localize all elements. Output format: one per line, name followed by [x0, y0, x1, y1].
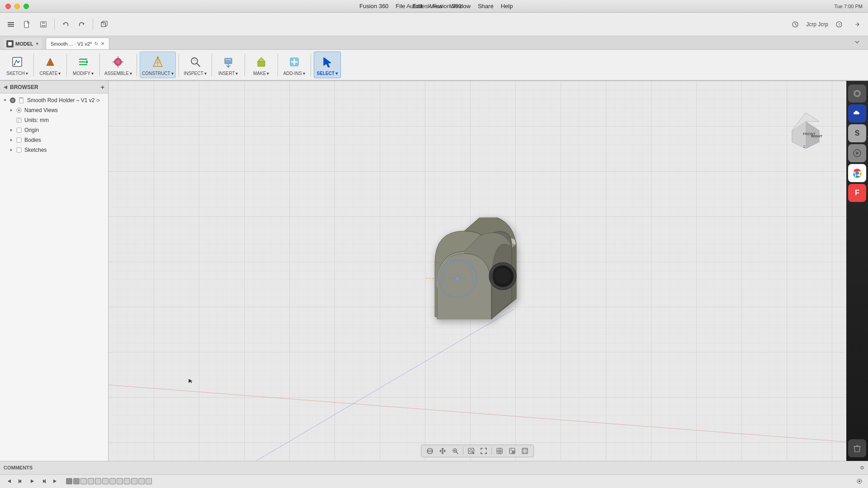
sidebar: ◀ BROWSER + Smoo [0, 81, 108, 461]
menu-fusion360[interactable]: Fusion 360 [356, 0, 392, 13]
tab-close-button[interactable]: ✕ [101, 41, 104, 46]
root-expand-icon[interactable] [2, 97, 8, 103]
collapse-top-button[interactable] [850, 35, 864, 49]
browser-add-button[interactable]: + [101, 84, 104, 91]
origin-item[interactable]: Origin [0, 125, 108, 135]
dock-icon-f[interactable]: F [848, 184, 866, 202]
timeline-settings-button[interactable] [854, 476, 864, 486]
make-group[interactable]: MAKE▾ [248, 52, 275, 78]
dock-icon-chrome[interactable] [848, 164, 866, 182]
named-views-item[interactable]: Named Views [0, 105, 108, 115]
named-views-expand[interactable] [8, 107, 14, 113]
named-views-label: Named Views [24, 107, 58, 113]
maximize-button[interactable] [24, 4, 29, 9]
timeline-end-button[interactable] [51, 476, 61, 486]
select-icon [319, 54, 335, 70]
redo-button[interactable] [75, 17, 89, 32]
construct-group[interactable]: CONSTRUCT▾ [140, 52, 176, 78]
cursor [189, 377, 193, 385]
view-cube[interactable]: FRONT RIGHT Z [783, 108, 819, 144]
dock-icon-settings[interactable] [848, 84, 866, 103]
dock-icon-s[interactable]: S [848, 124, 866, 142]
svg-rect-19 [225, 58, 232, 64]
menu-share[interactable]: Share [474, 0, 497, 13]
minimize-button[interactable] [14, 4, 20, 9]
new-file-button[interactable] [20, 17, 34, 32]
addins-group[interactable]: ADD-INS▾ [281, 52, 308, 78]
timeline-mark-4[interactable] [88, 478, 94, 484]
sketches-expand[interactable] [8, 147, 14, 153]
pan-button[interactable] [438, 446, 448, 456]
select-group[interactable]: SELECT▾ [314, 52, 341, 78]
help-button[interactable]: ? [832, 17, 846, 32]
browser-tree: Smooth Rod Holder – V1 v2 ⟳ Named Views … [0, 94, 108, 461]
timeline-mark-11[interactable] [138, 478, 145, 484]
timeline-prev-button[interactable] [15, 476, 25, 486]
inspect-label: INSPECT▾ [184, 71, 207, 76]
timeline-mark-12[interactable] [146, 478, 152, 484]
display-toggle[interactable] [507, 446, 517, 456]
tab-history-icon[interactable]: ↻ [94, 41, 98, 46]
viewport[interactable]: FRONT RIGHT Z [108, 81, 846, 461]
app-menu-button[interactable] [4, 17, 18, 32]
fit-button[interactable] [479, 446, 489, 456]
timeline-mark-8[interactable] [117, 478, 123, 484]
svg-rect-31 [17, 148, 21, 152]
timeline-mark-5[interactable] [95, 478, 101, 484]
orbit-button[interactable] [425, 446, 435, 456]
timeline-mark-7[interactable] [109, 478, 116, 484]
dock-icon-settings2[interactable] [848, 144, 866, 162]
3d-model [408, 217, 534, 337]
expand-button[interactable] [850, 17, 864, 32]
svg-rect-14 [86, 61, 88, 63]
svg-point-27 [18, 109, 20, 111]
insert-label: INSERT▾ [218, 71, 238, 76]
zoom-button[interactable] [450, 446, 460, 456]
timeline-mark-1[interactable] [66, 478, 72, 484]
select-label: SELECT▾ [316, 71, 337, 76]
model-selector[interactable]: MODEL ▼ [4, 38, 42, 49]
addins-label: ADD-INS▾ [283, 71, 305, 76]
sketches-item[interactable]: Sketches [0, 145, 108, 155]
svg-point-51 [427, 448, 433, 454]
insert-group[interactable]: INSERT▾ [215, 52, 242, 78]
named-views-icon [15, 107, 23, 114]
origin-expand[interactable] [8, 127, 14, 133]
assemble-group[interactable]: ASSEMBLE▾ [103, 52, 134, 78]
document-root-item[interactable]: Smooth Rod Holder – V1 v2 ⟳ [0, 95, 108, 105]
bodies-item[interactable]: Bodies [0, 135, 108, 145]
menu-help[interactable]: Help [497, 0, 517, 13]
create-group[interactable]: CREATE▾ [37, 52, 64, 78]
timeline-mark-2[interactable] [73, 478, 80, 484]
dock-icon-trash[interactable] [848, 439, 866, 457]
modify-group[interactable]: MODIFY▾ [70, 52, 97, 78]
comments-gear-icon[interactable]: ⚙ [860, 465, 864, 470]
timeline-start-button[interactable] [4, 476, 14, 486]
modify-label: MODIFY▾ [73, 71, 94, 76]
units-item[interactable]: ▶ Units: mm [0, 115, 108, 125]
timeline-mark-3[interactable] [80, 478, 87, 484]
environment-toggle[interactable] [520, 446, 530, 456]
timeline-mark-9[interactable] [124, 478, 130, 484]
timeline-next-button[interactable] [39, 476, 49, 486]
timeline-mark-10[interactable] [131, 478, 137, 484]
bodies-expand[interactable] [8, 137, 14, 143]
grid-toggle[interactable] [495, 446, 505, 456]
doc-sync-icon: ⟳ [96, 98, 100, 103]
zoom-window-button[interactable] [466, 446, 476, 456]
close-button[interactable] [5, 4, 11, 9]
sketch-group[interactable]: SKETCH▾ [4, 52, 31, 78]
save-button[interactable] [36, 17, 51, 32]
timeline-mark-6[interactable] [102, 478, 108, 484]
timeline-play-button[interactable] [27, 476, 37, 486]
dock-icon-cloud[interactable] [848, 104, 866, 122]
undo-button[interactable] [58, 17, 73, 32]
active-tab[interactable]: Smooth ... · V1 v2* ↻ ✕ [46, 38, 110, 49]
units-label: Units: mm [24, 117, 49, 123]
inspect-group[interactable]: INSPECT▾ [182, 52, 209, 78]
svg-rect-68 [523, 451, 524, 453]
box-view-button[interactable] [97, 17, 111, 32]
tab-bar: MODEL ▼ Smooth ... · V1 v2* ↻ ✕ [0, 36, 868, 50]
clock-button[interactable] [788, 17, 802, 32]
root-icon [9, 97, 16, 104]
